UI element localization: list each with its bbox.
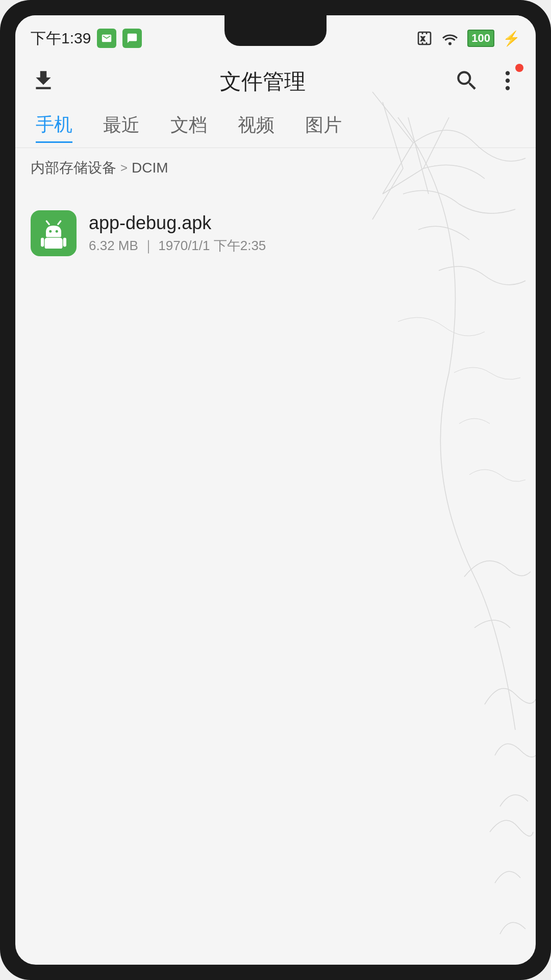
wifi-icon [441, 31, 459, 45]
tab-phone[interactable]: 手机 [36, 112, 72, 143]
svg-point-6 [506, 71, 510, 75]
file-icon-apk [31, 210, 77, 256]
app-bar-left [31, 68, 71, 95]
tab-images[interactable]: 图片 [305, 113, 342, 142]
svg-point-11 [49, 230, 52, 233]
tab-video[interactable]: 视频 [238, 113, 274, 142]
file-size: 6.32 MB [89, 238, 138, 253]
svg-rect-13 [45, 238, 63, 249]
svg-point-8 [506, 86, 510, 90]
download-button[interactable] [31, 68, 71, 95]
search-button[interactable] [454, 68, 480, 95]
notification-icon-1 [97, 29, 116, 48]
notch [224, 15, 327, 46]
screen: 下午1:39 X [15, 15, 536, 965]
svg-text:X: X [421, 36, 425, 42]
file-meta-separator: ｜ [142, 238, 158, 253]
file-date: 1970/1/1 下午2:35 [158, 238, 266, 253]
table-row[interactable]: app-debug.apk 6.32 MB ｜ 1970/1/1 下午2:35 [15, 198, 536, 268]
app-bar-title: 文件管理 [71, 67, 454, 96]
charging-icon: ⚡ [503, 30, 520, 47]
svg-rect-14 [41, 238, 44, 247]
svg-point-7 [506, 79, 510, 83]
tab-recent[interactable]: 最近 [103, 113, 140, 142]
more-button[interactable] [495, 68, 520, 95]
svg-point-12 [56, 230, 58, 233]
status-left: 下午1:39 [31, 28, 142, 49]
status-time: 下午1:39 [31, 28, 91, 49]
phone-frame: 下午1:39 X [0, 0, 551, 980]
app-bar-right [454, 68, 520, 95]
tab-bar: 手机 最近 文档 视频 图片 [15, 107, 536, 148]
notification-dot [515, 64, 523, 72]
screenshot-icon: X [416, 30, 433, 46]
breadcrumb-separator: > [120, 161, 128, 175]
file-name: app-debug.apk [89, 212, 520, 234]
app-bar: 文件管理 [15, 56, 536, 107]
svg-line-9 [46, 221, 49, 224]
svg-rect-15 [63, 238, 66, 247]
breadcrumb-current: DCIM [132, 160, 168, 176]
notification-icon-2 [122, 29, 142, 48]
tab-docs[interactable]: 文档 [170, 113, 207, 142]
file-meta: 6.32 MB ｜ 1970/1/1 下午2:35 [89, 237, 520, 255]
status-right: X 100 ⚡ [416, 30, 520, 47]
breadcrumb: 内部存储设备 > DCIM [15, 148, 536, 188]
file-list: app-debug.apk 6.32 MB ｜ 1970/1/1 下午2:35 [15, 188, 536, 279]
breadcrumb-root[interactable]: 内部存储设备 [31, 158, 116, 178]
battery-indicator: 100 [467, 30, 494, 47]
file-info: app-debug.apk 6.32 MB ｜ 1970/1/1 下午2:35 [89, 212, 520, 255]
svg-line-10 [58, 221, 61, 224]
